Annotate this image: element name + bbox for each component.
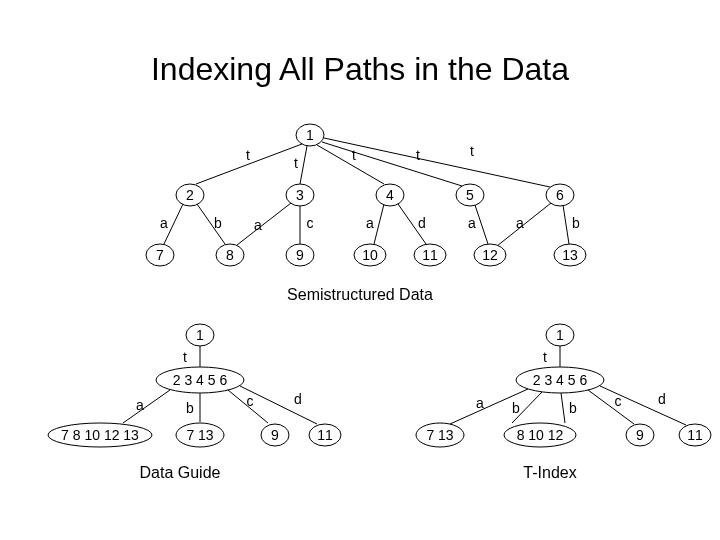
edge-3c: c — [307, 215, 314, 231]
svg-line-19 — [563, 205, 569, 244]
dg-edge-c: c — [247, 393, 254, 409]
page-title: Indexing All Paths in the Data — [151, 51, 569, 87]
ti-edge-d: d — [658, 391, 666, 407]
ti-edge-b1: b — [512, 400, 520, 416]
ti-edge-b2: b — [569, 400, 577, 416]
svg-line-4 — [322, 142, 462, 186]
svg-line-2 — [300, 146, 307, 184]
edge-t-2: t — [294, 155, 298, 171]
svg-line-30 — [123, 390, 170, 423]
t-index-tree: 1 t 2 3 4 5 6 a b b c d 7 13 8 10 12 9 1… — [416, 324, 711, 481]
dg-edge-b: b — [186, 400, 194, 416]
ti-edge-c: c — [615, 393, 622, 409]
dg-root: 1 — [196, 327, 204, 343]
data-guide-label: Data Guide — [140, 464, 221, 481]
edge-2b: b — [214, 215, 222, 231]
svg-line-45 — [600, 386, 686, 425]
root-node: 1 — [306, 127, 314, 143]
ti-leaf-b: 8 10 12 — [517, 427, 564, 443]
dg-leaf-c: 9 — [271, 427, 279, 443]
diagram-canvas: Indexing All Paths in the Data 1 t t t t… — [0, 0, 720, 540]
edge-6a: a — [516, 215, 524, 231]
dg-leaf-d: 11 — [317, 427, 333, 443]
dg-edge-d: d — [294, 391, 302, 407]
edge-4a: a — [366, 215, 374, 231]
svg-line-5 — [324, 138, 550, 187]
node-6: 6 — [556, 187, 564, 203]
edge-t-3: t — [352, 147, 356, 163]
svg-line-13 — [237, 203, 291, 245]
leaf-11: 11 — [422, 247, 438, 263]
node-3: 3 — [296, 187, 304, 203]
svg-line-18 — [497, 203, 551, 246]
t-index-label: T-Index — [523, 464, 576, 481]
edge-3a: a — [254, 217, 262, 233]
top-tree: 1 t t t t t 2 3 4 5 6 a b a c — [146, 124, 586, 266]
edge-2a: a — [160, 215, 168, 231]
edge-t-5: t — [470, 143, 474, 159]
dg-edge-t: t — [183, 349, 187, 365]
ti-leaf-d: 11 — [687, 427, 703, 443]
leaf-9: 9 — [296, 247, 304, 263]
dg-edge-a: a — [136, 397, 144, 413]
svg-line-43 — [561, 393, 565, 423]
svg-line-15 — [374, 204, 384, 244]
leaf-12: 12 — [482, 247, 498, 263]
dg-leaf-b: 7 13 — [186, 427, 213, 443]
data-guide-tree: 1 t 2 3 4 5 6 a b c d 7 8 10 12 13 7 13 … — [48, 324, 341, 481]
ti-root: 1 — [556, 327, 564, 343]
dg-leaf-a: 7 8 10 12 13 — [61, 427, 139, 443]
dg-mid: 2 3 4 5 6 — [173, 372, 228, 388]
leaf-13: 13 — [562, 247, 578, 263]
node-5: 5 — [466, 187, 474, 203]
leaf-8: 8 — [226, 247, 234, 263]
node-4: 4 — [386, 187, 394, 203]
section-label: Semistructured Data — [287, 286, 433, 303]
ti-edge-t: t — [543, 349, 547, 365]
edge-4d: d — [418, 215, 426, 231]
svg-line-17 — [475, 205, 488, 244]
ti-leaf-c: 9 — [636, 427, 644, 443]
ti-leaf-a: 7 13 — [426, 427, 453, 443]
ti-mid: 2 3 4 5 6 — [533, 372, 588, 388]
node-2: 2 — [186, 187, 194, 203]
leaf-10: 10 — [362, 247, 378, 263]
edge-t-4: t — [416, 147, 420, 163]
ti-edge-a: a — [476, 395, 484, 411]
leaf-7: 7 — [156, 247, 164, 263]
edge-t-1: t — [246, 147, 250, 163]
edge-6b: b — [572, 215, 580, 231]
svg-line-44 — [588, 390, 634, 424]
edge-5a: a — [468, 215, 476, 231]
